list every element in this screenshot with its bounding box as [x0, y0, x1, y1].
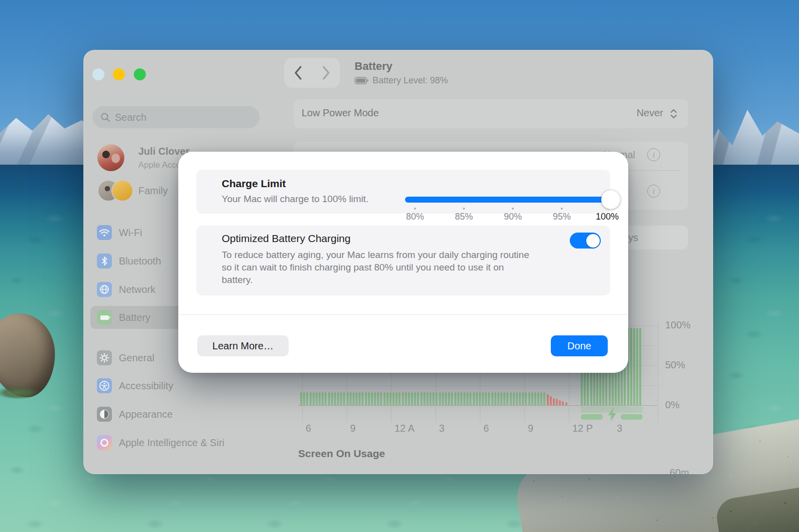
x-axis-label: 3: [617, 423, 622, 434]
y-axis-label: 0%: [665, 399, 680, 411]
profile-avatar[interactable]: [97, 144, 124, 171]
apple-intelligence-icon: [97, 435, 112, 450]
sidebar-item-label: General: [119, 352, 154, 364]
y-axis-label: 100%: [665, 319, 691, 331]
info-icon[interactable]: i: [647, 185, 660, 198]
accessibility-icon: [97, 378, 112, 393]
low-power-mode-label: Low Power Mode: [302, 107, 379, 119]
charging-period-highlight: [581, 406, 643, 413]
nav-back-forward: [284, 58, 340, 88]
sidebar-item-label: Apple Intelligence & Siri: [119, 437, 224, 449]
forward-icon[interactable]: [321, 65, 331, 81]
low-power-mode-row: Low Power Mode Never: [294, 99, 688, 128]
minimize-button[interactable]: [113, 68, 125, 80]
learn-more-button[interactable]: Learn More…: [197, 335, 289, 356]
sidebar-item-label: Wi-Fi: [119, 227, 142, 239]
done-button[interactable]: Done: [551, 335, 608, 356]
x-axis-label: 12 A: [395, 423, 414, 434]
x-axis-label: 3: [439, 423, 444, 434]
charge-limit-section: Charge Limit Your Mac will charge to 100…: [196, 170, 610, 214]
sidebar-item-label: Battery: [119, 312, 150, 323]
charge-limit-slider-thumb[interactable]: [601, 190, 620, 209]
x-axis-label: 9: [528, 423, 533, 434]
globe-icon: [97, 282, 112, 297]
battery-level-status: Battery Level: 98%: [355, 75, 448, 86]
battery-status-icon: [355, 77, 369, 84]
zoom-button[interactable]: [134, 68, 146, 80]
optimized-charging-toggle[interactable]: [570, 233, 601, 249]
close-button[interactable]: [92, 68, 104, 80]
sidebar-item-accessibility[interactable]: Accessibility: [90, 374, 268, 397]
search-icon: [100, 112, 110, 122]
x-axis-label: 6: [306, 423, 311, 434]
gear-icon: [97, 350, 112, 365]
sidebar-item-label: Bluetooth: [119, 256, 161, 267]
dialog-divider: [178, 314, 628, 315]
sidebar-item-appearance[interactable]: Appearance: [90, 403, 268, 426]
sidebar-item-label: Network: [119, 284, 155, 295]
sidebar-item-apple-intelligence[interactable]: Apple Intelligence & Siri: [90, 431, 268, 454]
bluetooth-icon: [97, 254, 112, 268]
battery-icon: [97, 310, 112, 325]
screen-on-usage-partial-value: 60m: [670, 467, 689, 474]
low-power-mode-value[interactable]: Never: [637, 107, 663, 119]
info-icon[interactable]: i: [647, 148, 660, 161]
slider-tick-label[interactable]: 95%: [542, 212, 582, 222]
wifi-icon: [97, 225, 112, 240]
x-axis-label: 6: [483, 423, 489, 434]
sidebar-item-label: Accessibility: [119, 380, 173, 392]
slider-tick-label[interactable]: 80%: [395, 212, 435, 222]
back-icon[interactable]: [293, 65, 303, 81]
x-axis-label: 9: [350, 423, 356, 434]
slider-tick-label[interactable]: 90%: [493, 212, 533, 222]
slider-tick-label-current[interactable]: 100%: [587, 212, 627, 222]
popup-chevron-icon[interactable]: [669, 108, 678, 120]
search-input[interactable]: Search: [92, 106, 260, 128]
desktop: Search Juli Clover Apple Account Family …: [0, 0, 799, 532]
optimized-charging-description: To reduce battery aging, your Mac learns…: [222, 249, 529, 286]
appearance-icon: [97, 407, 112, 422]
charge-limit-title: Charge Limit: [222, 178, 286, 190]
page-title: Battery: [355, 60, 393, 73]
charging-bolt-icon: [606, 407, 619, 422]
segmented-partial-label: ys: [628, 232, 638, 244]
optimized-charging-section: Optimized Battery Charging To reduce bat…: [196, 226, 610, 295]
charge-limit-slider-track[interactable]: [405, 197, 612, 203]
charge-limit-dialog: Charge Limit Your Mac will charge to 100…: [178, 152, 628, 373]
battery-level-text: Battery Level: 98%: [373, 75, 448, 86]
charge-limit-subtitle: Your Mac will charge to 100% limit.: [222, 194, 369, 205]
slider-tick-label[interactable]: 85%: [444, 212, 484, 222]
search-placeholder: Search: [115, 112, 146, 123]
sidebar-item-label: Appearance: [119, 409, 173, 420]
family-avatar-2[interactable]: [112, 181, 132, 201]
y-axis-label: 50%: [665, 359, 685, 371]
sidebar-item-family[interactable]: Family: [138, 185, 168, 197]
x-axis-label: 12 P: [572, 423, 593, 434]
chart-zero-line: [298, 405, 658, 406]
screen-on-usage-heading: Screen On Usage: [298, 448, 385, 460]
optimized-charging-title: Optimized Battery Charging: [222, 233, 351, 245]
